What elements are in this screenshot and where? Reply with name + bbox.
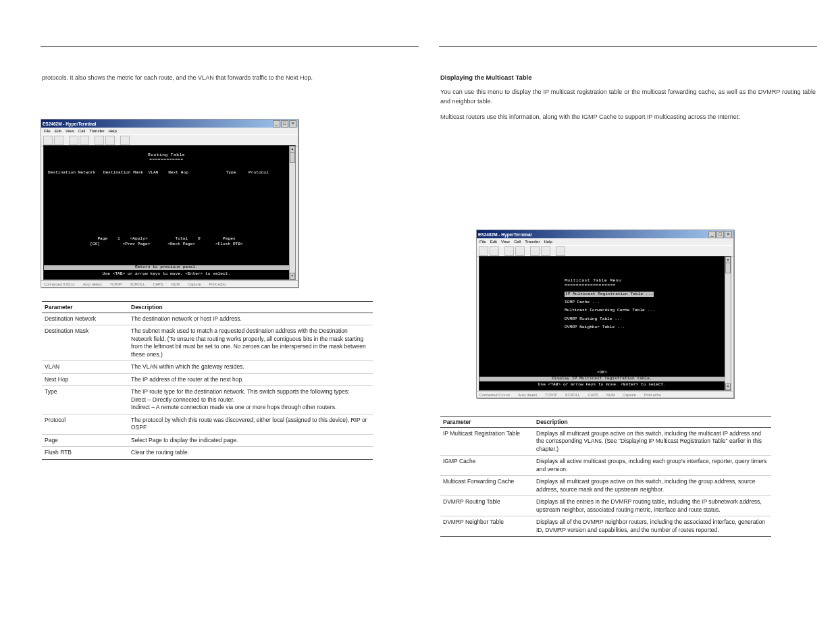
menu-file[interactable]: File bbox=[479, 240, 486, 244]
term-hint: Use <TAB> or arrow keys to move. <Enter>… bbox=[44, 271, 289, 277]
status-caps: CAPS bbox=[588, 393, 598, 397]
left-intro: protocols. It also shows the metric for … bbox=[42, 74, 417, 83]
tool-properties-icon[interactable] bbox=[556, 246, 565, 256]
menu-item[interactable]: IGMP Cache ... bbox=[484, 300, 721, 305]
d: Displays all active multicast groups, in… bbox=[533, 456, 771, 476]
d: Displays all of the DVMRP neighbor route… bbox=[533, 516, 771, 537]
right-column: Displaying the Multicast Table You can u… bbox=[439, 0, 817, 129]
left-table-wrap: ParameterDescription Destination Network… bbox=[41, 297, 378, 471]
p: DVMRP Routing Table bbox=[440, 496, 533, 516]
minimize-icon[interactable]: _ bbox=[708, 231, 716, 238]
menu-item-selected[interactable]: IP Multicast Registration Table ... bbox=[565, 292, 654, 297]
right-intro1: You can use this menu to display the IP … bbox=[440, 88, 816, 106]
status-connected: Connected 0:xx:xx bbox=[479, 393, 510, 397]
tool-send-icon[interactable] bbox=[95, 136, 104, 145]
scroll-down-icon[interactable]: ▼ bbox=[290, 273, 295, 279]
menu-view[interactable]: View bbox=[66, 129, 74, 133]
menu-transfer[interactable]: Transfer bbox=[525, 240, 540, 244]
d: Displays all the entries in the DVMRP ro… bbox=[533, 496, 771, 516]
status-detect: Auto detect bbox=[83, 282, 102, 286]
status-proto: TCP/IP bbox=[110, 282, 122, 286]
window-controls-r: _ □ × bbox=[708, 231, 732, 238]
menubar-r[interactable]: File Edit View Call Transfer Help bbox=[477, 238, 733, 245]
term-title-underline: ============ bbox=[48, 157, 285, 163]
d: The subnet mask used to match a requeste… bbox=[128, 325, 373, 361]
minimize-icon[interactable]: _ bbox=[273, 120, 280, 128]
menu-edit[interactable]: Edit bbox=[490, 240, 497, 244]
menu-call[interactable]: Call bbox=[78, 129, 85, 133]
tool-receive-icon[interactable] bbox=[541, 246, 550, 256]
menubar[interactable]: File Edit View Call Transfer Help bbox=[41, 128, 298, 134]
menu-item[interactable]: Multicast Forwarding Cache Table ... bbox=[484, 308, 721, 313]
right-table-wrap: ParameterDescription IP Multicast Regist… bbox=[439, 412, 777, 547]
p: DVMRP Neighbor Table bbox=[440, 516, 533, 537]
p: Protocol bbox=[42, 414, 128, 434]
close-icon[interactable]: × bbox=[725, 231, 732, 238]
term-return: Return to previous panel. bbox=[44, 265, 289, 270]
status-caps: CAPS bbox=[153, 282, 163, 286]
tool-receive-icon[interactable] bbox=[105, 136, 115, 145]
terminal-r[interactable]: Multicast Table Menu ================== … bbox=[479, 257, 725, 390]
p: Destination Mask bbox=[42, 325, 128, 361]
p: Page bbox=[42, 434, 128, 446]
menu-item[interactable]: DVMRP Neighbor Table ... bbox=[484, 325, 721, 330]
menu-call[interactable]: Call bbox=[514, 240, 521, 244]
terminal[interactable]: Routing Table ============ Destination N… bbox=[44, 146, 289, 279]
d: The IP route type for the destination ne… bbox=[128, 386, 373, 414]
d: Displays all multicast groups active on … bbox=[533, 428, 771, 456]
term-ok[interactable]: <OK> bbox=[479, 370, 725, 375]
d: The VLAN within which the gateway reside… bbox=[128, 361, 373, 373]
d: The IP address of the router at the next… bbox=[128, 373, 373, 385]
menu-file[interactable]: File bbox=[44, 129, 51, 133]
scroll-down-icon[interactable]: ▼ bbox=[725, 383, 731, 390]
p: IP Multicast Registration Table bbox=[440, 428, 533, 456]
tool-connect-icon[interactable] bbox=[69, 136, 78, 145]
p: IGMP Cache bbox=[440, 456, 533, 476]
status-num: NUM bbox=[606, 393, 615, 397]
terminal-scrollbar-r[interactable]: ▲ ▼ bbox=[725, 257, 731, 390]
term-display: Display IP Multicast registration table. bbox=[479, 376, 725, 381]
status-num: NUM bbox=[171, 282, 180, 286]
page: protocols. It also shows the metric for … bbox=[0, 0, 834, 644]
scroll-thumb[interactable] bbox=[290, 152, 295, 163]
status-detect: Auto detect bbox=[518, 393, 537, 397]
left-header bbox=[41, 35, 419, 47]
tool-open-icon[interactable] bbox=[54, 136, 63, 145]
p: Next Hop bbox=[42, 373, 128, 385]
terminal-wrap-r: Multicast Table Menu ================== … bbox=[479, 256, 731, 391]
menu-edit[interactable]: Edit bbox=[55, 129, 61, 133]
tool-send-icon[interactable] bbox=[530, 246, 540, 256]
menu-view[interactable]: View bbox=[501, 240, 510, 244]
right-section-title: Displaying the Multicast Table bbox=[440, 74, 816, 81]
menu-item[interactable]: DVMRP Routing Table ... bbox=[484, 317, 721, 322]
terminal-scrollbar[interactable]: ▲ ▼ bbox=[289, 146, 295, 279]
p: Type bbox=[42, 386, 128, 414]
window-title: ES2462M - HyperTerminal bbox=[43, 122, 96, 126]
tool-new-icon[interactable] bbox=[479, 246, 488, 256]
p: VLAN bbox=[42, 361, 128, 373]
right-header bbox=[439, 35, 817, 47]
titlebar-r[interactable]: ES2462M - HyperTerminal _ □ × bbox=[477, 230, 733, 238]
tool-disconnect-icon[interactable] bbox=[515, 246, 525, 256]
menu-help[interactable]: Help bbox=[544, 240, 552, 244]
maximize-icon[interactable]: □ bbox=[281, 120, 288, 128]
menu-transfer[interactable]: Transfer bbox=[89, 129, 104, 133]
scroll-thumb[interactable] bbox=[725, 263, 731, 273]
menu-help[interactable]: Help bbox=[108, 129, 116, 133]
close-icon[interactable]: × bbox=[289, 120, 296, 128]
statusbar-r: Connected 0:xx:xx Auto detect TCP/IP SCR… bbox=[477, 391, 733, 398]
tool-open-icon[interactable] bbox=[490, 246, 499, 256]
window-controls: _ □ × bbox=[273, 120, 296, 128]
right-param-table: ParameterDescription IP Multicast Regist… bbox=[440, 416, 771, 537]
titlebar[interactable]: ES2462M - HyperTerminal _ □ × bbox=[41, 119, 298, 128]
term-page-line2: [GO] <Prev Page> <Next Page> <Flush RTB> bbox=[48, 242, 285, 247]
tool-new-icon[interactable] bbox=[43, 136, 53, 145]
tool-properties-icon[interactable] bbox=[120, 136, 130, 145]
term-hint-r: Use <TAB> or arrow keys to move. <Enter>… bbox=[479, 382, 725, 387]
maximize-icon[interactable]: □ bbox=[716, 231, 724, 238]
d: The destination network or host IP addre… bbox=[128, 313, 373, 325]
tool-connect-icon[interactable] bbox=[504, 246, 514, 256]
d: Displays all multicast groups active on … bbox=[533, 476, 771, 496]
status-pe: Print echo bbox=[209, 282, 226, 286]
tool-disconnect-icon[interactable] bbox=[80, 136, 89, 145]
